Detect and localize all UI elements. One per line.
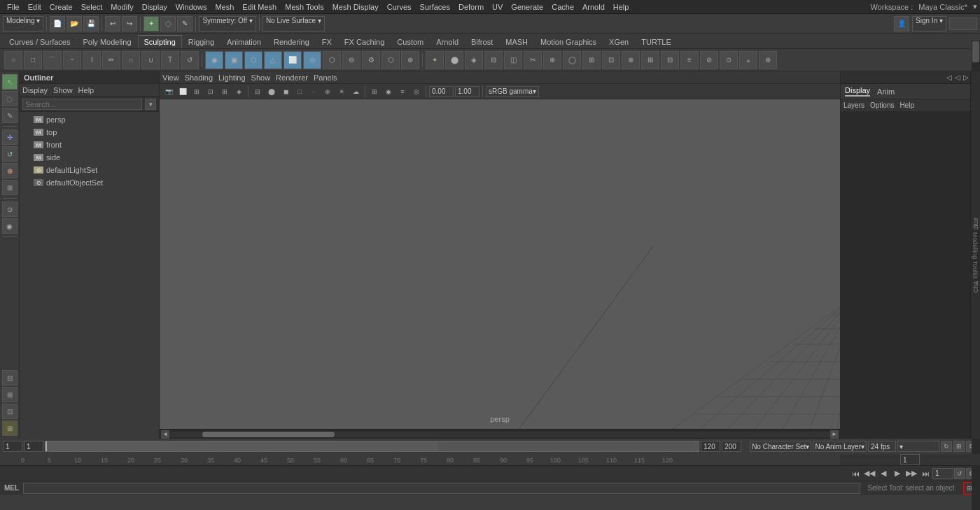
shelf-icon-multicut[interactable]: ⊘ (700, 51, 718, 69)
menu-windows[interactable]: Windows (172, 3, 211, 11)
mel-input[interactable] (23, 483, 860, 494)
outliner-item-lightset[interactable]: ⊙ defaultLightSet (20, 164, 159, 176)
gamma-dropdown[interactable]: sRGB gamma ▾ (486, 86, 539, 97)
tool-lasso[interactable]: ◌ (2, 91, 18, 106)
toolbar-paint[interactable]: ✎ (177, 16, 192, 31)
shelf-icon-boolean[interactable]: ⊗ (622, 51, 640, 69)
tc-anim-end[interactable]: 200 (722, 441, 741, 452)
shelf-icon-smooth[interactable]: ◯ (563, 51, 581, 69)
vp-resolution[interactable]: ⊞ (190, 85, 203, 98)
anim-tab-anim[interactable]: Anim (877, 87, 895, 96)
shelf-icon-helix[interactable]: ⊛ (401, 51, 419, 69)
sub-tab-options[interactable]: Options (870, 101, 894, 109)
vp-hud[interactable]: ◈ (232, 85, 245, 98)
menu-modify[interactable]: Modify (106, 3, 137, 11)
menu-file[interactable]: File (3, 3, 24, 11)
tool-move[interactable]: ✛ (2, 129, 18, 145)
shelf-tab-sculpting[interactable]: Sculpting (138, 35, 182, 48)
outliner-menu-show[interactable]: Show (53, 86, 73, 94)
shelf-tab-curves[interactable]: Curves / Surfaces (3, 35, 76, 48)
vp-texture[interactable]: ⊕ (321, 85, 334, 98)
shelf-icon-remesh[interactable]: ⊡ (602, 51, 620, 69)
vp-filmgate[interactable]: ⬜ (176, 85, 189, 98)
vp-all-lights[interactable]: ☀ (335, 85, 348, 98)
shelf-icon-circle[interactable]: ○ (4, 51, 22, 69)
tool-rotate[interactable]: ↺ (2, 146, 18, 162)
shelf-icon-ep-curve[interactable]: ⌇ (83, 51, 101, 69)
shelf-tab-turtle[interactable]: TURTLE (635, 35, 678, 48)
pb-next-frame[interactable]: ▶▶ (905, 467, 918, 480)
vp-menu-shading[interactable]: Shading (185, 73, 213, 82)
pb-loop-btn[interactable]: ↺ (954, 468, 965, 479)
right-icon-2[interactable]: ◁ (955, 73, 960, 81)
vp-near-clip[interactable]: 0.00 (429, 86, 454, 97)
tc-anim-layer[interactable]: No Anim Layer ▾ (813, 441, 867, 452)
tc-start-field[interactable]: 1 (3, 441, 22, 452)
sub-tab-layers[interactable]: Layers (844, 101, 864, 109)
sign-in-btn[interactable]: 👤 (894, 16, 909, 31)
vp-menu-show[interactable]: Show (251, 73, 271, 82)
pb-goto-end[interactable]: ⏭ (919, 467, 932, 480)
shelf-tab-xgen[interactable]: XGen (603, 35, 635, 48)
vp-shadow[interactable]: ☁ (349, 85, 362, 98)
menu-edit-mesh[interactable]: Edit Mesh (238, 3, 281, 11)
symmetry-dropdown[interactable]: Symmetry: Off ▾ (199, 16, 256, 31)
tc-range-end[interactable]: 120 (701, 441, 720, 452)
vp-safe[interactable]: ⊡ (204, 85, 217, 98)
menu-cache[interactable]: Cache (547, 3, 578, 11)
menu-surfaces[interactable]: Surfaces (416, 3, 454, 11)
outliner-item-persp[interactable]: M persp (20, 113, 159, 126)
shelf-tab-animation[interactable]: Animation (220, 35, 267, 48)
vp-flat[interactable]: ◼ (279, 85, 292, 98)
vp-wireframe[interactable]: ⊟ (251, 85, 264, 98)
scrollbar-track[interactable] (169, 432, 830, 437)
scroll-left-btn[interactable]: ◄ (161, 430, 169, 439)
shelf-icon-fill[interactable]: ◫ (504, 51, 522, 69)
scroll-right-btn[interactable]: ► (830, 430, 839, 439)
tc-icon-2[interactable]: ⊞ (953, 441, 965, 452)
vp-far-clip[interactable]: 1.00 (455, 86, 479, 97)
anim-tab-display[interactable]: Display (845, 86, 870, 97)
shelf-icon-mirror[interactable]: ⊞ (582, 51, 601, 69)
shelf-icon-curve[interactable]: ⌒ (43, 51, 62, 69)
menu-select[interactable]: Select (77, 3, 107, 11)
vp-menu-view[interactable]: View (162, 73, 179, 82)
shelf-icon-torus[interactable]: ◎ (303, 51, 321, 69)
outliner-item-front[interactable]: M front (20, 139, 159, 151)
shelf-icon-merge[interactable]: ⊕ (543, 51, 561, 69)
shelf-icon-last[interactable]: ⊛ (759, 51, 777, 69)
menu-help[interactable]: Help (609, 3, 634, 11)
shelf-icon-uv-unfold[interactable]: ⟁ (739, 51, 757, 69)
shelf-tab-custom[interactable]: Custom (391, 35, 430, 48)
pb-play-forward[interactable]: ▶ (891, 467, 904, 480)
shelf-icon-arc2[interactable]: ∪ (141, 51, 160, 69)
tool-layout-4[interactable]: ⊞ (2, 420, 18, 436)
vp-smooth[interactable]: ⬤ (265, 85, 278, 98)
menu-mesh-display[interactable]: Mesh Display (328, 3, 383, 11)
shelf-icon-bridge[interactable]: ⊟ (484, 51, 503, 69)
right-icon-1[interactable]: ◁ (946, 73, 952, 81)
shelf-icon-rev[interactable]: ↺ (181, 51, 199, 69)
shelf-icon-cylinder[interactable]: ⬡ (244, 51, 262, 69)
menu-display[interactable]: Display (138, 3, 172, 11)
menu-mesh-tools[interactable]: Mesh Tools (281, 3, 328, 11)
vp-menu-lighting[interactable]: Lighting (218, 73, 246, 82)
tool-scale[interactable]: ⊕ (2, 163, 18, 178)
vp-grid[interactable]: ⊞ (218, 85, 231, 98)
vp-menu-panels[interactable]: Panels (314, 73, 337, 82)
shelf-tab-fx[interactable]: FX (316, 35, 338, 48)
outliner-item-side[interactable]: M side (20, 151, 159, 164)
outliner-item-top[interactable]: M top (20, 126, 159, 139)
vp-isoline[interactable]: ⊞ (368, 85, 381, 98)
menu-curves[interactable]: Curves (383, 3, 416, 11)
right-icon-3[interactable]: ▷ (963, 73, 969, 81)
shelf-icon-pencil[interactable]: ✏ (102, 51, 120, 69)
vp-camera-btn[interactable]: 📷 (162, 85, 175, 98)
shelf-icon-soccer[interactable]: ⬡ (382, 51, 400, 69)
current-frame-display[interactable]: 1 (900, 454, 920, 465)
vp-ao[interactable]: ◉ (382, 85, 395, 98)
shelf-icon-gear2[interactable]: ⚙ (362, 51, 380, 69)
shelf-tab-mash[interactable]: MASH (499, 35, 534, 48)
toolbar-new[interactable]: 📄 (50, 16, 65, 31)
shelf-icon-target-weld[interactable]: ⊙ (720, 51, 738, 69)
